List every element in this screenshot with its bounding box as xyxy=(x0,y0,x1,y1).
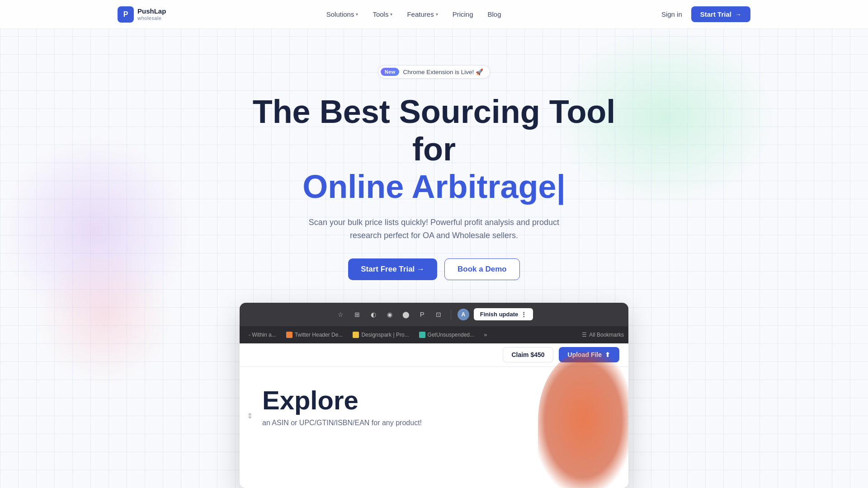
tab-2-favicon xyxy=(286,332,292,338)
nav-blog[interactable]: Blog xyxy=(488,10,501,18)
circle-icon: ⬤ xyxy=(400,309,412,320)
screenshot-icon[interactable]: ⊞ xyxy=(351,309,363,320)
explore-subtitle: an ASIN or UPC/GTIN/ISBN/EAN for any pro… xyxy=(262,419,606,427)
tab-4-favicon xyxy=(419,332,425,338)
bookmarks-label: All Bookmarks xyxy=(589,332,624,338)
tab-3-label: Designspark | Pro... xyxy=(361,332,409,338)
hero-title: The Best Sourcing Tool for Online Arbitr… xyxy=(231,93,637,205)
logo-link[interactable]: P PushLap wholesale xyxy=(118,6,166,23)
tab-1[interactable]: - Within a... xyxy=(244,329,281,340)
tab-3-favicon xyxy=(353,332,359,338)
browser-tabs-bar: - Within a... Twitter Header De... Desig… xyxy=(240,326,628,343)
nav-pricing[interactable]: Pricing xyxy=(453,10,473,18)
nav-actions: Sign in Start Trial → xyxy=(661,6,750,22)
start-trial-button[interactable]: Start Trial → xyxy=(691,6,750,22)
bookmark-icon[interactable]: ☆ xyxy=(335,309,347,320)
nav-features[interactable]: Features▾ xyxy=(407,10,438,18)
browser-mockup: ☆ ⊞ ◐ ◉ ⬤ P ⊡ A Finish update ⋮ - Within… xyxy=(240,303,628,488)
logo-sub: wholesale xyxy=(137,15,166,21)
extensions-icon[interactable]: ⊡ xyxy=(433,309,444,320)
toolbar-separator xyxy=(451,310,451,319)
new-pill: New xyxy=(381,68,400,76)
loading-icon: ◉ xyxy=(384,309,396,320)
hero-section: New Chrome Extension is Live! 🚀 The Best… xyxy=(0,29,868,303)
navbar: P PushLap wholesale Solutions▾ Tools▾ Fe… xyxy=(0,0,868,29)
finish-update-button[interactable]: Finish update ⋮ xyxy=(474,308,533,320)
new-badge: New Chrome Extension is Live! 🚀 xyxy=(378,65,490,79)
all-bookmarks[interactable]: ☰ All Bookmarks xyxy=(582,332,624,338)
scroll-indicator: ⇕ xyxy=(247,411,253,420)
logo-icon: P xyxy=(118,6,134,23)
hero-subtitle: Scan your bulk price lists quickly! Powe… xyxy=(307,216,561,242)
tab-4-label: GetUnsuspended... xyxy=(428,332,474,338)
tab-3[interactable]: Designspark | Pro... xyxy=(348,329,413,340)
browser-avatar[interactable]: A xyxy=(458,309,469,320)
tab-1-label: - Within a... xyxy=(249,332,276,338)
browser-content-bar: ⇕ Claim $450 Upload File ⬆ xyxy=(240,343,628,367)
tab-2[interactable]: Twitter Header De... xyxy=(282,329,348,340)
arrow-icon: → xyxy=(735,11,741,18)
book-demo-button[interactable]: Book a Demo xyxy=(444,258,520,280)
nav-tools[interactable]: Tools▾ xyxy=(373,10,392,18)
pushlap-ext-icon[interactable]: P xyxy=(416,309,428,320)
upload-icon: ⬆ xyxy=(605,351,610,358)
hero-title-blue: Online Arbitrage| xyxy=(302,169,566,205)
sign-in-link[interactable]: Sign in xyxy=(661,10,682,18)
tab-4[interactable]: GetUnsuspended... xyxy=(415,329,479,340)
nav-solutions[interactable]: Solutions▾ xyxy=(326,10,359,18)
browser-toolbar: ☆ ⊞ ◐ ◉ ⬤ P ⊡ A Finish update ⋮ xyxy=(240,303,628,326)
badge-text: Chrome Extension is Live! 🚀 xyxy=(403,68,483,75)
tabs-more-button[interactable]: » xyxy=(480,330,491,340)
browser-content: ⇕ Claim $450 Upload File ⬆ Explore an AS… xyxy=(240,343,628,488)
nav-links: Solutions▾ Tools▾ Features▾ Pricing Blog xyxy=(326,10,501,18)
tab-2-label: Twitter Header De... xyxy=(295,332,343,338)
hero-actions: Start Free Trial → Book a Demo xyxy=(348,258,519,280)
logo-name: PushLap xyxy=(137,8,166,15)
theme-icon[interactable]: ◐ xyxy=(368,309,379,320)
logo-text: PushLap wholesale xyxy=(137,8,166,21)
claim-button[interactable]: Claim $450 xyxy=(503,347,553,362)
finish-update-dots: ⋮ xyxy=(521,311,527,318)
bookmarks-icon: ☰ xyxy=(582,332,587,338)
upload-file-button[interactable]: Upload File ⬆ xyxy=(559,347,619,362)
start-free-trial-button[interactable]: Start Free Trial → xyxy=(348,258,437,280)
explore-title: Explore xyxy=(262,385,606,415)
browser-body: Explore an ASIN or UPC/GTIN/ISBN/EAN for… xyxy=(240,367,628,441)
